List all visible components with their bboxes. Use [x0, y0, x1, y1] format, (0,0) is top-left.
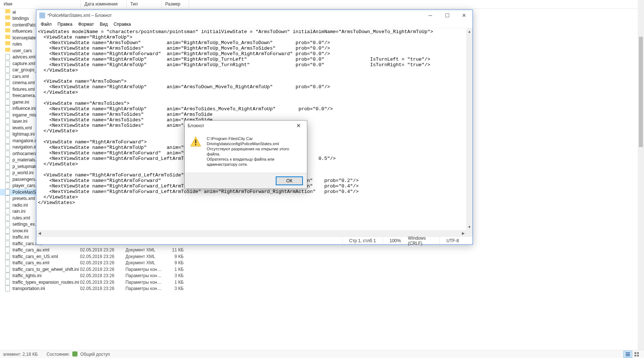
file-icon	[5, 170, 11, 176]
dialog-title-text: Блокнот	[188, 123, 293, 128]
menu-format[interactable]: Формат	[75, 21, 97, 28]
dialog-close-button[interactable]: ✕	[293, 121, 304, 130]
menu-help[interactable]: Справка	[111, 21, 134, 28]
shared-icon	[72, 351, 77, 357]
file-icon	[5, 112, 11, 118]
menu-edit[interactable]: Правка	[55, 21, 76, 28]
scroll-up-icon[interactable]: ▲	[466, 28, 473, 35]
file-icon	[5, 196, 11, 201]
scroll-right-icon[interactable]: ▶	[460, 230, 466, 236]
dialog-line2: Driving\data\config\PoliceManStates.xml	[207, 141, 303, 146]
notepad-scrollbar-vertical[interactable]: ▲ ▼	[466, 28, 473, 230]
file-icon	[5, 125, 11, 131]
folder-icon	[5, 28, 11, 34]
view-details-icon[interactable]	[623, 351, 632, 358]
notepad-menu: Файл Правка Формат Вид Справка	[36, 21, 473, 28]
svg-rect-0	[626, 352, 630, 353]
folder-icon	[5, 35, 11, 41]
file-type: Документ XML	[126, 254, 164, 259]
status-zoom: 100%	[383, 237, 401, 244]
file-icon	[5, 266, 11, 272]
file-icon	[5, 234, 11, 240]
explorer-scrollbar[interactable]	[638, 0, 644, 350]
scroll-left-icon[interactable]: ◀	[36, 230, 43, 236]
file-date: 02.05.2019 23:26	[80, 273, 126, 278]
file-icon	[5, 241, 11, 247]
maximize-button[interactable]: ☐	[439, 10, 456, 21]
menu-file[interactable]: Файл	[38, 21, 55, 28]
dialog-line1: C:\Program Files\City Car	[207, 136, 303, 141]
file-icon	[5, 183, 11, 189]
file-icon	[5, 118, 11, 124]
scrollbar-thumb[interactable]	[639, 37, 643, 147]
status-cursor-pos: Стр 1, стлб 1	[342, 237, 383, 244]
file-icon	[5, 208, 11, 214]
status-element-size: элемент: 2,18 КБ	[3, 352, 38, 357]
file-icon	[5, 228, 11, 234]
notepad-app-icon	[39, 12, 45, 18]
file-date: 02.05.2019 23:26	[80, 247, 126, 253]
file-row[interactable]: traffic_cars_au.xml02.05.2019 23:26Докум…	[0, 247, 184, 254]
svg-rect-1	[626, 354, 630, 355]
file-icon	[5, 176, 11, 182]
file-name: traffic_cars_eu.xml	[12, 260, 80, 265]
dialog-body: C:\Program Files\City Car Driving\data\c…	[185, 131, 307, 173]
svg-rect-5	[634, 355, 636, 357]
file-name: transportation.ini	[12, 286, 80, 291]
svg-rect-9	[195, 144, 196, 145]
file-type: Параметры конф...	[126, 267, 164, 272]
file-icon	[5, 279, 11, 285]
file-row[interactable]: traffic_cars_to_get_wheel_shift.ini02.05…	[0, 266, 184, 273]
file-row[interactable]: traffic_cars_en_US.xml02.05.2019 23:26До…	[0, 253, 184, 260]
file-icon	[5, 93, 11, 99]
file-icon	[5, 202, 11, 208]
col-date[interactable]: Дата изменения	[81, 0, 127, 8]
menu-view[interactable]: Вид	[97, 21, 111, 28]
col-name[interactable]: Имя	[0, 0, 81, 8]
file-icon	[5, 67, 11, 73]
file-icon	[5, 247, 11, 253]
folder-icon	[5, 15, 11, 21]
file-icon	[5, 260, 11, 266]
file-icon	[5, 86, 11, 92]
error-dialog: Блокнот ✕ C:\Program Files\City Car Driv…	[184, 120, 307, 189]
notepad-scrollbar-horizontal[interactable]: ◀ ▶	[36, 230, 473, 236]
status-state-label: Состояние:	[47, 352, 70, 357]
dialog-message: C:\Program Files\City Car Driving\data\c…	[207, 136, 303, 167]
file-row[interactable]: traffic_types_expansion_routes.ini02.05.…	[0, 279, 184, 286]
file-size: 11 КБ	[164, 247, 184, 253]
file-icon	[5, 157, 11, 163]
file-icon	[5, 254, 11, 259]
file-icon	[5, 131, 11, 137]
dialog-ok-button[interactable]: ОК	[276, 177, 303, 185]
scroll-down-icon[interactable]: ▼	[466, 224, 473, 230]
col-size[interactable]: Размер	[162, 0, 189, 8]
dialog-button-row: ОК	[185, 173, 307, 189]
file-type: Параметры конф...	[126, 280, 164, 285]
file-size: 1 КБ	[164, 267, 184, 272]
minimize-button[interactable]: ─	[422, 10, 439, 21]
notepad-titlebar[interactable]: *PoliceManStates.xml – Блокнот ─ ☐ ✕	[36, 10, 473, 21]
view-large-icons-icon[interactable]	[632, 351, 641, 358]
file-name: traffic_cars_au.xml	[12, 247, 80, 253]
dialog-line4: Обратитесь к владельцу файла или админис…	[207, 157, 303, 167]
file-row[interactable]: traffic_lights.ini02.05.2019 23:26Параме…	[0, 273, 184, 279]
file-row[interactable]: traffic_cars_eu.xml02.05.2019 23:26Докум…	[0, 260, 184, 266]
scroll-corner	[466, 230, 473, 236]
close-button[interactable]: ✕	[456, 10, 473, 21]
folder-icon	[5, 22, 11, 28]
file-icon	[5, 286, 11, 291]
dialog-titlebar[interactable]: Блокнот ✕	[185, 121, 307, 131]
file-icon	[5, 164, 11, 169]
status-state: Состояние: Общий доступ	[47, 351, 110, 357]
svg-rect-6	[637, 355, 639, 357]
file-icon	[5, 221, 11, 227]
file-size: 3 КБ	[164, 273, 184, 278]
file-row[interactable]: transportation.ini02.05.2019 23:26Параме…	[0, 286, 184, 292]
col-type[interactable]: Тип	[127, 0, 162, 8]
svg-rect-4	[637, 352, 639, 354]
file-icon	[5, 144, 11, 150]
file-type: Параметры конф...	[126, 286, 164, 291]
file-date: 02.05.2019 23:26	[80, 286, 126, 291]
file-icon	[5, 189, 11, 195]
